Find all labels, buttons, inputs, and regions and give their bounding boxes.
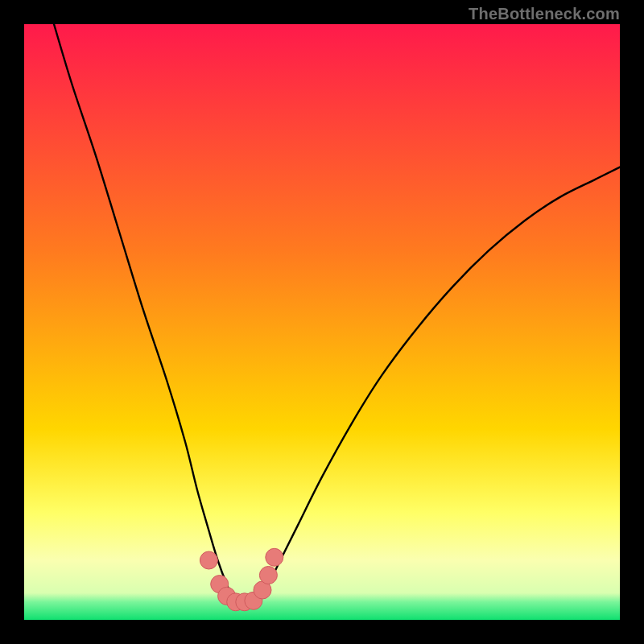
curve-markers — [200, 548, 283, 611]
curve-marker — [266, 548, 283, 566]
bottleneck-curve — [54, 24, 620, 605]
curve-marker — [200, 551, 217, 569]
chart-frame: TheBottleneck.com — [0, 0, 644, 644]
watermark-text: TheBottleneck.com — [469, 5, 620, 23]
plot-area — [24, 24, 620, 620]
curve-marker — [259, 567, 277, 584]
curve-layer — [24, 24, 620, 620]
